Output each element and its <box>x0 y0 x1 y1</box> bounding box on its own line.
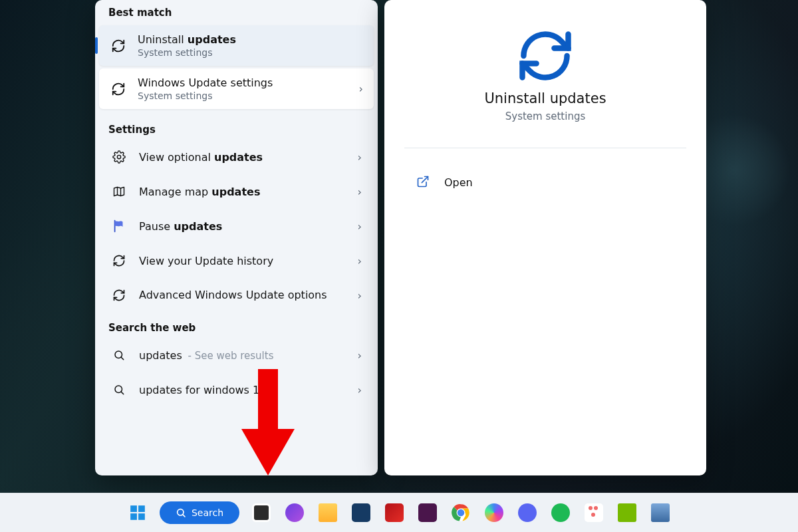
taskbar-app-red[interactable] <box>383 501 406 524</box>
chevron-right-icon: › <box>358 384 362 396</box>
search-results-left-pane: Best match Uninstall updates System sett… <box>95 0 378 475</box>
chevron-right-icon: › <box>358 220 362 233</box>
result-title-bold: updates <box>188 33 236 46</box>
taskbar-app-slack[interactable] <box>416 501 439 524</box>
flag-icon <box>111 218 127 234</box>
taskbar-app-discord[interactable] <box>516 501 539 524</box>
result-title-pre: Uninstall <box>138 33 188 46</box>
svg-rect-3 <box>130 505 137 512</box>
chevron-right-icon: › <box>358 151 362 164</box>
preview-title: Uninstall updates <box>484 90 606 106</box>
svg-point-0 <box>117 155 120 158</box>
chevron-right-icon: › <box>358 186 362 198</box>
action-label: Open <box>444 176 473 189</box>
result-uninstall-updates[interactable]: Uninstall updates System settings <box>99 25 374 66</box>
search-preview-pane: Uninstall updates System settings Open <box>384 0 706 475</box>
taskbar-app-explorer[interactable] <box>317 501 339 524</box>
search-label: Search <box>192 507 223 518</box>
search-results-flyout: Best match Uninstall updates System sett… <box>95 0 706 475</box>
chevron-right-icon: › <box>358 349 362 362</box>
taskbar-app-chat[interactable] <box>283 501 306 524</box>
sync-icon <box>110 37 127 55</box>
row-update-history[interactable]: View your Update history › <box>95 243 378 278</box>
result-subtitle: System settings <box>138 47 363 58</box>
sync-large-icon <box>515 25 576 86</box>
chevron-right-icon: › <box>358 255 362 267</box>
search-icon <box>176 507 186 518</box>
sync-icon <box>110 80 127 98</box>
result-subtitle: System settings <box>138 90 352 101</box>
row-web-updates[interactable]: updates - See web results › <box>95 338 378 372</box>
chevron-right-icon: › <box>358 289 362 302</box>
svg-rect-4 <box>138 505 145 512</box>
start-button[interactable] <box>126 501 149 524</box>
task-view-button[interactable] <box>250 501 273 524</box>
divider <box>404 148 686 148</box>
taskbar-app-generic[interactable] <box>649 501 672 524</box>
open-external-icon <box>416 175 431 190</box>
chevron-right-icon[interactable]: › <box>359 82 363 95</box>
taskbar-app-nvidia[interactable] <box>616 501 638 524</box>
result-windows-update-settings[interactable]: Windows Update settings System settings … <box>99 68 374 109</box>
section-search-web: Search the web <box>95 313 378 338</box>
svg-rect-5 <box>130 513 137 520</box>
svg-rect-6 <box>138 513 145 520</box>
section-best-match: Best match <box>95 0 378 23</box>
taskbar-search[interactable]: Search <box>160 501 239 524</box>
sync-icon <box>111 287 127 303</box>
map-icon <box>111 184 127 200</box>
result-title: Windows Update settings <box>138 76 273 89</box>
taskbar-app-asana[interactable] <box>583 501 605 524</box>
search-icon <box>111 382 127 398</box>
action-open[interactable]: Open <box>384 167 706 198</box>
row-web-updates-win10[interactable]: updates for windows 10 › <box>95 372 378 407</box>
search-icon <box>111 347 127 363</box>
gear-icon <box>111 149 127 165</box>
taskbar-app-copilot[interactable] <box>483 501 505 524</box>
taskbar-app-store[interactable] <box>350 501 372 524</box>
taskbar-app-spotify[interactable] <box>549 501 572 524</box>
sync-icon <box>111 253 127 269</box>
taskbar-app-chrome[interactable] <box>450 501 472 524</box>
preview-subtitle: System settings <box>505 110 586 122</box>
row-view-optional-updates[interactable]: View optional updates › <box>95 140 378 174</box>
row-pause-updates[interactable]: Pause updates › <box>95 209 378 243</box>
row-advanced-update-options[interactable]: Advanced Windows Update options › <box>95 278 378 313</box>
section-settings: Settings <box>95 112 378 140</box>
taskbar: Search <box>0 493 798 532</box>
row-manage-map-updates[interactable]: Manage map updates › <box>95 174 378 209</box>
